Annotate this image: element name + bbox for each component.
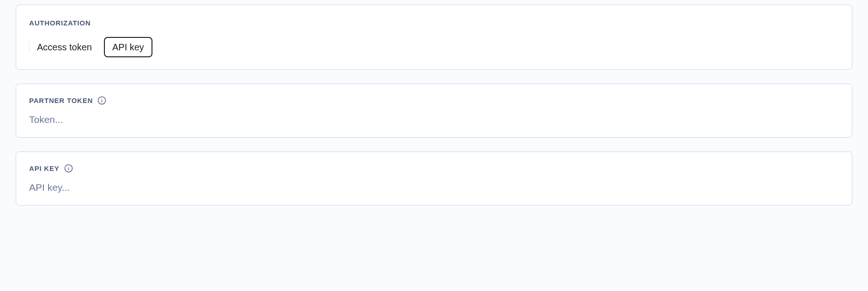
toggle-option-api-key[interactable]: API key — [104, 37, 152, 57]
api-key-label: API KEY — [29, 164, 60, 172]
toggle-option-access-token[interactable]: Access token — [36, 37, 97, 57]
api-key-input[interactable] — [29, 182, 839, 193]
svg-point-4 — [68, 166, 69, 167]
authorization-section: AUTHORIZATION Access token API key — [16, 5, 852, 70]
api-key-section: API KEY — [16, 152, 852, 206]
authorization-toggle-group: Access token API key — [29, 37, 839, 57]
info-icon[interactable] — [97, 96, 106, 105]
partner-token-label: PARTNER TOKEN — [29, 97, 93, 104]
partner-token-input[interactable] — [29, 114, 839, 125]
partner-token-section: PARTNER TOKEN — [16, 84, 852, 138]
api-key-label-row: API KEY — [29, 164, 839, 173]
toggle-divider — [29, 42, 30, 53]
partner-token-label-row: PARTNER TOKEN — [29, 96, 839, 105]
authorization-label: AUTHORIZATION — [29, 19, 839, 27]
svg-point-1 — [102, 98, 103, 99]
info-icon[interactable] — [64, 164, 73, 173]
